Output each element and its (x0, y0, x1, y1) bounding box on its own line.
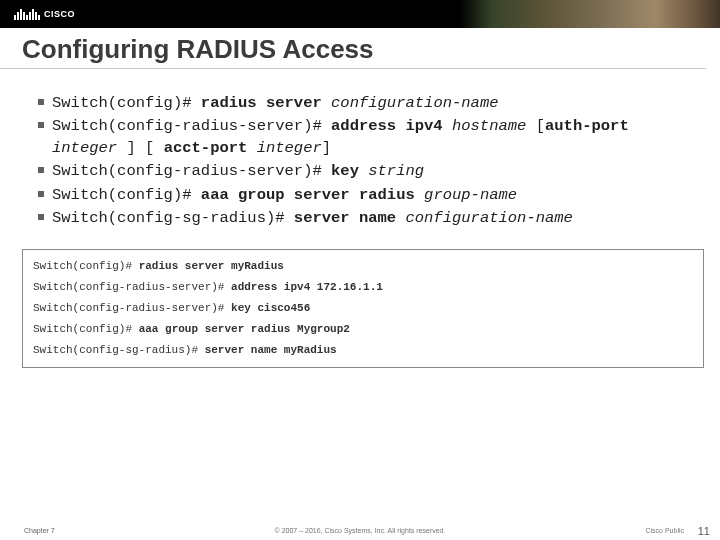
footer-copyright: © 2007 – 2016, Cisco Systems, Inc. All r… (275, 527, 446, 534)
bullet-icon (38, 122, 44, 128)
example-box: Switch(config)# radius server myRadiusSw… (22, 249, 704, 367)
footer-public: Cisco Public (645, 527, 684, 534)
slide-title: Configuring RADIUS Access (0, 28, 706, 69)
bullet-icon (38, 99, 44, 105)
command-line: Switch(config-radius-server)# address ip… (38, 116, 686, 159)
example-line: Switch(config)# aaa group server radius … (33, 319, 693, 340)
top-banner: CISCO (0, 0, 720, 28)
example-line: Switch(config-sg-radius)# server name my… (33, 340, 693, 361)
logo-text: CISCO (44, 9, 75, 19)
cisco-logo: CISCO (0, 9, 75, 20)
command-list: Switch(config)# radius server configurat… (0, 69, 720, 229)
bullet-icon (38, 214, 44, 220)
command-line: Switch(config-radius-server)# key string (38, 161, 686, 182)
command-line: Switch(config)# radius server configurat… (38, 93, 686, 114)
example-line: Switch(config-radius-server)# address ip… (33, 277, 693, 298)
logo-bars-icon (14, 9, 40, 20)
example-line: Switch(config)# radius server myRadius (33, 256, 693, 277)
command-line: Switch(config-sg-radius)# server name co… (38, 208, 686, 229)
banner-photo (460, 0, 720, 28)
page-number: 11 (698, 525, 710, 537)
footer-chapter: Chapter 7 (0, 527, 55, 534)
example-line: Switch(config-radius-server)# key cisco4… (33, 298, 693, 319)
bullet-icon (38, 191, 44, 197)
command-line: Switch(config)# aaa group server radius … (38, 185, 686, 206)
footer: Chapter 7 © 2007 – 2016, Cisco Systems, … (0, 527, 720, 534)
bullet-icon (38, 167, 44, 173)
